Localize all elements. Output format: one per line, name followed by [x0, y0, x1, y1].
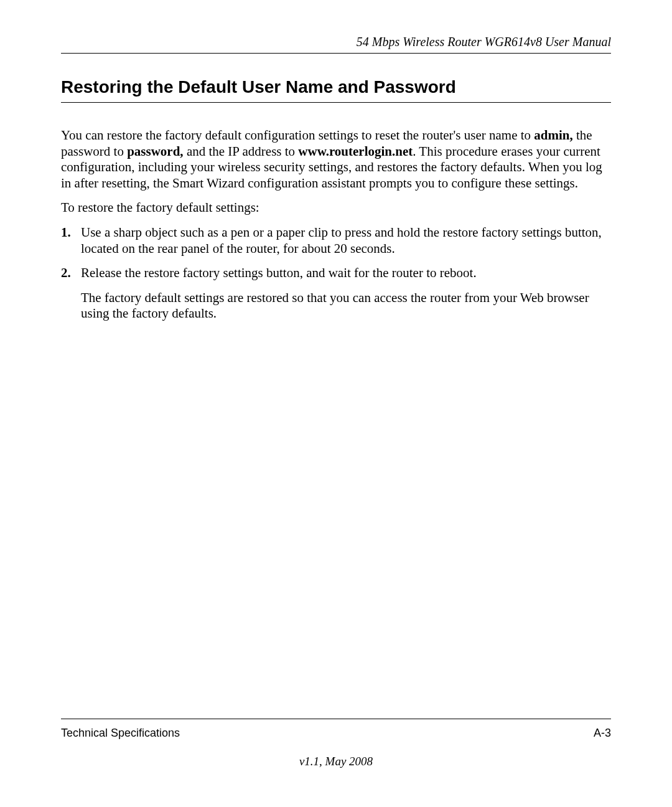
bold-url: www.routerlogin.net: [298, 144, 413, 159]
page-container: 54 Mbps Wireless Router WGR614v8 User Ma…: [0, 0, 672, 807]
list-item: Release the restore factory settings but…: [61, 265, 611, 322]
version-label: v1.1, May 2008: [0, 755, 672, 768]
running-header: 54 Mbps Wireless Router WGR614v8 User Ma…: [61, 35, 611, 54]
para-text: You can restore the factory default conf…: [61, 128, 534, 143]
step-text: Use a sharp object such as a pen or a pa…: [81, 225, 602, 256]
bold-admin: admin,: [534, 128, 572, 143]
list-item: Use a sharp object such as a pen or a pa…: [61, 225, 611, 257]
lead-in-paragraph: To restore the factory default settings:: [61, 200, 611, 216]
bold-password: password,: [127, 144, 183, 159]
para-text: and the IP address to: [184, 144, 299, 159]
step-sub-paragraph: The factory default settings are restore…: [81, 290, 611, 322]
step-text: Release the restore factory settings but…: [81, 265, 477, 280]
intro-paragraph: You can restore the factory default conf…: [61, 128, 611, 191]
footer-section-label: Technical Specifications: [61, 727, 180, 740]
steps-list: Use a sharp object such as a pen or a pa…: [61, 225, 611, 322]
section-heading: Restoring the Default User Name and Pass…: [61, 77, 611, 103]
page-footer: Technical Specifications A-3: [61, 719, 611, 740]
page-number: A-3: [594, 727, 611, 740]
